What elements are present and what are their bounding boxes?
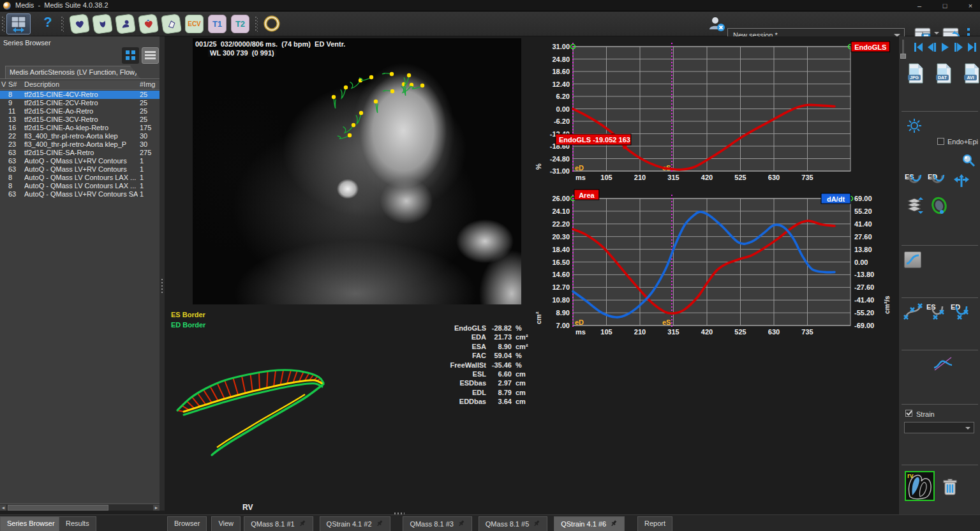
contour-tracking-points[interactable] bbox=[193, 38, 521, 304]
workspace-tab-view[interactable]: View bbox=[211, 516, 241, 531]
measurement-row: FAC 59.04 % bbox=[421, 352, 536, 361]
panel-tab-series-browser[interactable]: Series Browser bbox=[0, 516, 62, 531]
edit-ed-points-button[interactable]: ED bbox=[950, 303, 972, 323]
magnifier-icon[interactable] bbox=[961, 154, 976, 169]
separator bbox=[902, 297, 978, 298]
strain-contour-figure[interactable] bbox=[165, 345, 356, 466]
series-table-row[interactable]: 22 fl3_400_thr-pl-retro-Aorta klep 30 bbox=[0, 132, 160, 140]
svg-text:JPG: JPG bbox=[910, 75, 919, 80]
series-table-row[interactable]: 8 AutoQ - QMass LV Contours LAX ... 1 bbox=[0, 182, 160, 190]
horizontal-scrollbar[interactable]: ◄ ► bbox=[0, 504, 160, 511]
svg-text:eD: eD bbox=[575, 318, 584, 326]
brightness-button[interactable] bbox=[907, 118, 922, 135]
propagate-layers-button[interactable] bbox=[905, 196, 924, 216]
strain-checkbox[interactable] bbox=[905, 410, 912, 418]
ed-contour-button[interactable]: ED bbox=[927, 172, 947, 192]
export-avi-button[interactable]: AVI bbox=[963, 63, 980, 85]
workspace-tab-qmass-8-1-1[interactable]: QMass 8.1 #1 bbox=[244, 516, 313, 531]
workspace-tab-report[interactable]: Report bbox=[637, 516, 672, 531]
speed-slider[interactable] bbox=[902, 40, 904, 59]
es-contour-button[interactable]: ES bbox=[904, 172, 924, 192]
first-frame-button[interactable] bbox=[913, 41, 924, 53]
pin-icon[interactable] bbox=[376, 520, 383, 527]
last-frame-button[interactable] bbox=[967, 41, 977, 53]
pin-icon[interactable] bbox=[533, 520, 540, 527]
endo-epi-checkbox[interactable] bbox=[937, 138, 944, 146]
scroll-right-arrow[interactable]: ► bbox=[153, 505, 160, 511]
series-image-count: 25 bbox=[140, 91, 147, 98]
export-jpg-button[interactable]: JPG bbox=[907, 63, 924, 85]
series-table-row[interactable]: 8 tf2d15-CINE-4CV-Retro 25 bbox=[0, 91, 160, 99]
workspace-tab-qmass-8-1-5[interactable]: QMass 8.1 #5 bbox=[479, 516, 547, 531]
layout-button[interactable] bbox=[6, 13, 31, 34]
series-table-row[interactable]: 11 tf2d15-CINE-Ao-Retro 25 bbox=[0, 107, 160, 116]
panel-splitter[interactable] bbox=[160, 36, 165, 511]
area-dadt-chart[interactable]: 26.0069.0024.1055.2022.2041.4020.3027.60… bbox=[533, 186, 893, 340]
series-table-row[interactable]: 8 AutoQ - QMass LV Contours LAX ... 1 bbox=[0, 174, 160, 182]
separator bbox=[902, 245, 978, 246]
contour-ellipse-button[interactable] bbox=[930, 196, 949, 216]
series-table-row[interactable]: 16 tf2d15-CINE-Ao-klep-Retro 175 bbox=[0, 124, 160, 132]
session-user-icon[interactable] bbox=[707, 14, 726, 34]
play-button[interactable] bbox=[940, 41, 951, 53]
maximize-button[interactable]: □ bbox=[940, 2, 949, 10]
series-table-row[interactable]: 63 AutoQ - QMass LV+RV Contours 1 bbox=[0, 157, 160, 165]
grid-view-button[interactable] bbox=[122, 47, 139, 64]
qmass-app-icon[interactable] bbox=[70, 15, 89, 33]
list-view-button[interactable] bbox=[142, 47, 159, 64]
next-frame-button[interactable] bbox=[953, 41, 964, 53]
t1-app-icon[interactable]: T1 bbox=[208, 15, 226, 33]
help-button[interactable]: ? bbox=[40, 14, 56, 33]
delete-analysis-button[interactable] bbox=[942, 478, 958, 497]
edit-points-button[interactable] bbox=[903, 303, 923, 323]
column-series[interactable]: S# bbox=[8, 80, 17, 88]
series-table-row[interactable]: 63 tf2d15-CINE-SA-Retro 275 bbox=[0, 149, 160, 157]
splitter-handle[interactable] bbox=[161, 279, 163, 293]
workspace-tab-qmass-8-1-3[interactable]: QMass 8.1 #3 bbox=[403, 516, 471, 531]
qflow-app-icon[interactable] bbox=[93, 15, 112, 33]
previous-frame-button[interactable] bbox=[926, 41, 937, 53]
pin-icon[interactable] bbox=[299, 520, 306, 527]
workspace-tab-browser[interactable]: Browser bbox=[167, 516, 207, 531]
pin-icon[interactable] bbox=[610, 520, 618, 527]
column-description[interactable]: Description bbox=[24, 80, 59, 88]
series-table-row[interactable]: 23 fl3_400_thr-pl-retro-Aorta klep_P 30 bbox=[0, 140, 160, 149]
pin-icon[interactable] bbox=[457, 520, 465, 527]
tabbar-handle[interactable] bbox=[394, 512, 405, 514]
qstrain-app-icon[interactable] bbox=[116, 15, 135, 33]
ecv-app-icon[interactable]: ECV bbox=[185, 15, 204, 33]
series-table-row[interactable]: 13 tf2d15-CINE-3CV-Retro 25 bbox=[0, 116, 160, 124]
export-dat-button[interactable]: DAT bbox=[935, 63, 953, 85]
edit-es-points-button[interactable]: ES bbox=[926, 303, 947, 323]
svg-text:315: 315 bbox=[667, 174, 679, 181]
rv-analysis-thumbnail[interactable]: rv bbox=[905, 471, 935, 501]
cine-image-viewport[interactable]: 001/25 032/0000/806 ms. (74 bpm) ED Vent… bbox=[193, 38, 521, 304]
endogls-chart[interactable]: 31.0024.8018.6012.406.200.00-6.20-12.40-… bbox=[533, 37, 893, 188]
close-button[interactable]: × bbox=[966, 2, 975, 10]
workspace-tab-qstrain-4-1-6[interactable]: QStrain 4.1 #6 bbox=[554, 516, 625, 531]
ring-app-icon[interactable] bbox=[263, 15, 281, 33]
scrollbar-thumb[interactable] bbox=[8, 505, 108, 511]
qheart-app-icon[interactable] bbox=[139, 15, 158, 33]
curve-display-button[interactable] bbox=[932, 355, 954, 374]
series-table-header[interactable]: V S# Description #Img bbox=[0, 80, 160, 90]
measurement-results: EndoGLS -28.82 %EDA 21.73 cm²ESA 8.90 cm… bbox=[421, 324, 536, 407]
slider-handle[interactable] bbox=[900, 54, 906, 59]
curve-smoothing-button[interactable] bbox=[904, 251, 921, 268]
scroll-left-arrow[interactable]: ◄ bbox=[0, 505, 6, 511]
measurement-label: ESA bbox=[471, 343, 486, 350]
series-number: 23 bbox=[8, 140, 20, 148]
series-table-row[interactable]: 63 AutoQ - QMass LV+RV Contours 1 bbox=[0, 165, 160, 174]
qlax-app-icon[interactable] bbox=[162, 15, 181, 33]
series-table-row[interactable]: 63 AutoQ - QMass LV+RV Contours SAX 1 bbox=[0, 190, 160, 198]
column-img-count[interactable]: #Img bbox=[140, 80, 155, 88]
panel-tab-results[interactable]: Results bbox=[59, 516, 96, 531]
strain-type-dropdown[interactable] bbox=[904, 422, 974, 433]
t2-app-icon[interactable]: T2 bbox=[231, 15, 249, 33]
minimize-button[interactable]: – bbox=[915, 2, 924, 10]
column-v[interactable]: V bbox=[1, 80, 6, 88]
study-tab[interactable]: Medis AorticStenosis (LV Function, Flow)… bbox=[5, 66, 140, 79]
workspace-tab-qstrain-4-1-2[interactable]: QStrain 4.1 #2 bbox=[320, 516, 390, 531]
series-table-row[interactable]: 9 tf2d15-CINE-2CV-Retro 25 bbox=[0, 99, 160, 107]
flip-contour-button[interactable] bbox=[953, 173, 970, 191]
